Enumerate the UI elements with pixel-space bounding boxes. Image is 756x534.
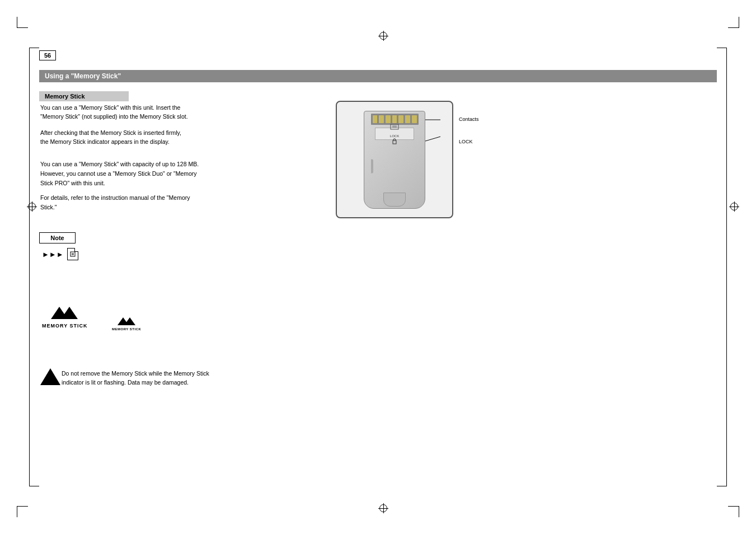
corner-mark-bl: [17, 506, 28, 517]
pin-3: [386, 115, 391, 123]
corner-mark-tl: [17, 17, 28, 28]
pin-1: [373, 115, 378, 123]
arrow-triple-icon: ►►►: [42, 250, 64, 259]
corner-mark-tr: [728, 17, 739, 28]
pin-2: [379, 115, 384, 123]
tick-bottom-left: [29, 486, 39, 486]
header-bar: Using a "Memory Stick": [39, 70, 717, 82]
svg-rect-7: [391, 124, 398, 129]
svg-line-12: [425, 137, 440, 141]
margin-line-left: [29, 48, 30, 486]
warning-triangle: [40, 368, 60, 385]
memory-stick-diagram: LOCK: [336, 101, 453, 218]
pin-6: [405, 115, 410, 123]
ms-body: [372, 140, 417, 193]
body-paragraph-3: You can use a "Memory Stick" with capaci…: [40, 160, 309, 188]
pin-4: [392, 115, 397, 123]
body-paragraph-1: You can use a "Memory Stick" with this u…: [40, 104, 309, 121]
corner-mark-br: [728, 506, 739, 517]
page-reference: ►►►: [42, 248, 78, 260]
margin-line-right: [726, 48, 727, 486]
contacts-label: Contacts: [459, 116, 479, 122]
tick-top-right: [717, 48, 727, 48]
memory-stick-logo-small: Memory Stick: [112, 315, 141, 331]
body-paragraph-4: For details, refer to the instruction ma…: [40, 193, 309, 212]
section-label-text: Memory Stick: [45, 93, 85, 100]
ms-bottom-notch: [383, 193, 406, 207]
pin-5: [398, 115, 403, 123]
pin-7: [412, 115, 417, 123]
ms-logo-text-large: Memory Stick: [42, 323, 88, 329]
page-ref-icon: [67, 248, 78, 260]
note-box: Note: [39, 232, 76, 243]
svg-rect-0: [71, 252, 75, 256]
ms-label-icon: [389, 123, 400, 133]
ms-label-area: LOCK: [375, 128, 414, 140]
ms-indent: [371, 159, 373, 173]
lock-diagram-label: LOCK: [459, 139, 473, 144]
section-label: Memory Stick: [39, 91, 129, 101]
note-label: Note: [50, 235, 64, 241]
page-number: 56: [44, 52, 51, 59]
ms-card-illustration: LOCK: [364, 111, 425, 209]
tick-top-left: [29, 48, 39, 48]
ms-logo-svg-small: [114, 315, 139, 327]
memory-stick-logo-large: Memory Stick: [42, 302, 88, 329]
body-paragraph-2: After checking that the Memory Stick is …: [40, 129, 309, 147]
header-title: Using a "Memory Stick": [45, 72, 121, 80]
page-number-box: 56: [39, 50, 56, 60]
ms-logo-svg-large: [45, 302, 84, 322]
warning-text: Do not remove the Memory Stick while the…: [62, 369, 285, 387]
tick-bottom-right: [717, 486, 727, 486]
ms-logo-text-small: Memory Stick: [112, 327, 141, 331]
